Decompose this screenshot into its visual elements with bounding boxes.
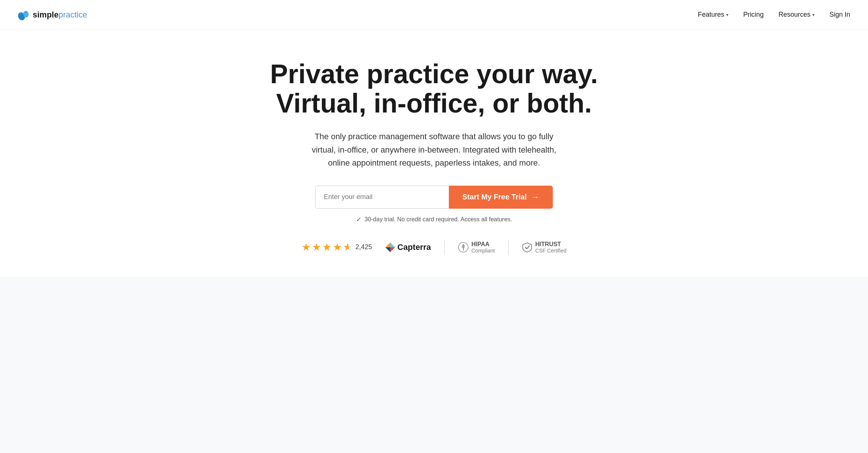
review-count: 2,425 (355, 243, 372, 251)
hero-subtitle: The only practice management software th… (308, 130, 560, 169)
badges-row: ★ ★ ★ ★ ★ ★ 2,425 Capterra (301, 240, 567, 255)
nav-links: Features ▾ Pricing Resources ▾ Sign In (698, 11, 850, 19)
svg-marker-5 (390, 247, 395, 252)
trial-button-label: Start My Free Trial (462, 193, 526, 201)
arrow-icon: → (531, 192, 539, 202)
hipaa-badge: HIPAA Compliant (458, 241, 495, 254)
nav-sign-in[interactable]: Sign In (829, 11, 850, 19)
resources-chevron-icon: ▾ (812, 12, 815, 17)
hitrust-main-text: HITRUST (535, 241, 567, 248)
hipaa-sub-text: Compliant (471, 248, 495, 254)
hitrust-sub-text: CSF Certified (535, 248, 567, 254)
trial-note: ✓ 30-day trial. No credit card required.… (356, 215, 512, 224)
nav-pricing[interactable]: Pricing (743, 11, 764, 19)
hero-section: Private practice your way. Virtual, in-o… (0, 30, 868, 277)
logo-icon (18, 9, 31, 21)
hipaa-main-text: HIPAA (471, 241, 495, 248)
nav-features[interactable]: Features ▾ (698, 11, 728, 19)
trial-note-text: 30-day trial. No credit card required. A… (365, 216, 512, 223)
hero-title: Private practice your way. Virtual, in-o… (270, 59, 598, 118)
cta-form: Start My Free Trial → (315, 186, 552, 209)
star-1: ★ (301, 241, 311, 253)
resources-label: Resources (779, 11, 810, 19)
star-4: ★ (333, 241, 342, 253)
navbar: simplepractice Features ▾ Pricing Resour… (0, 0, 868, 30)
capterra-label: Capterra (397, 242, 431, 252)
hitrust-badge: HITRUST CSF Certified (522, 241, 567, 254)
email-input[interactable] (315, 186, 449, 209)
badge-separator-2 (508, 240, 509, 255)
check-icon: ✓ (356, 215, 362, 224)
star-3: ★ (322, 241, 332, 253)
features-label: Features (698, 11, 724, 19)
star-2: ★ (312, 241, 321, 253)
svg-marker-3 (390, 242, 395, 247)
capterra-badge: Capterra (385, 242, 431, 252)
hero-title-line1: Private practice your way. (270, 59, 598, 89)
capterra-icon (385, 242, 395, 252)
badge-separator-1 (444, 240, 445, 255)
logo-practice-text: practice (59, 10, 87, 19)
hitrust-icon (522, 242, 532, 252)
svg-marker-2 (385, 242, 390, 247)
logo[interactable]: simplepractice (18, 9, 87, 21)
svg-marker-4 (385, 247, 390, 252)
nav-resources[interactable]: Resources ▾ (779, 11, 815, 19)
logo-simple-text: simple (33, 10, 59, 19)
features-chevron-icon: ▾ (726, 12, 728, 17)
pricing-label: Pricing (743, 11, 764, 19)
stars: ★ ★ ★ ★ ★ ★ (301, 241, 352, 253)
star-rating-badge: ★ ★ ★ ★ ★ ★ 2,425 (301, 241, 372, 253)
hipaa-icon (458, 242, 469, 252)
start-trial-button[interactable]: Start My Free Trial → (449, 186, 552, 209)
sign-in-label: Sign In (829, 11, 850, 19)
star-5-half: ★ ★ (343, 241, 352, 253)
hero-title-line2: Virtual, in-office, or both. (276, 88, 592, 118)
